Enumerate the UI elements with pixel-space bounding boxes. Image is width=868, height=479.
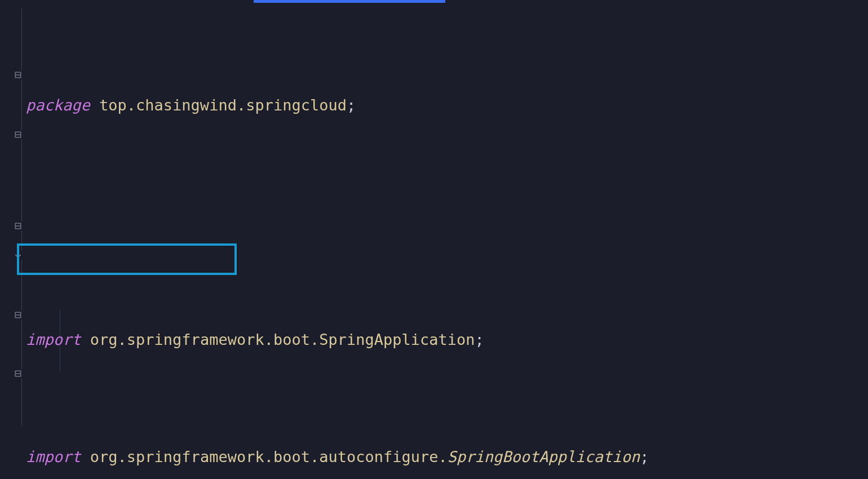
fold-marker-icon[interactable] (14, 221, 23, 230)
import-class: SpringBootApplication (448, 448, 640, 465)
import-class: SpringApplication (319, 331, 475, 348)
import-package: org.springframework.boot. (90, 331, 319, 348)
fold-marker-icon[interactable] (14, 311, 23, 320)
fold-marker-icon[interactable] (14, 130, 23, 139)
fold-marker-icon[interactable] (14, 70, 23, 79)
fold-marker-icon[interactable] (14, 251, 23, 260)
fold-marker-icon[interactable] (14, 369, 23, 378)
keyword-import: import (26, 448, 81, 465)
keyword-package: package (26, 96, 90, 114)
code-line[interactable]: import org.springframework.boot.SpringAp… (26, 325, 649, 354)
code-line[interactable]: import org.springframework.boot.autoconf… (26, 442, 649, 472)
package-name: top.chasingwind.springcloud (99, 96, 347, 114)
code-area[interactable]: package top.chasingwind.springcloud; imp… (26, 3, 649, 479)
code-editor[interactable]: package top.chasingwind.springcloud; imp… (0, 3, 868, 479)
import-package: org.springframework.boot.autoconfigure. (90, 448, 448, 465)
code-line-blank[interactable] (26, 208, 649, 237)
semicolon: ; (347, 96, 356, 114)
gutter[interactable] (0, 3, 26, 479)
keyword-import: import (26, 331, 81, 348)
code-line[interactable]: package top.chasingwind.springcloud; (26, 91, 649, 120)
